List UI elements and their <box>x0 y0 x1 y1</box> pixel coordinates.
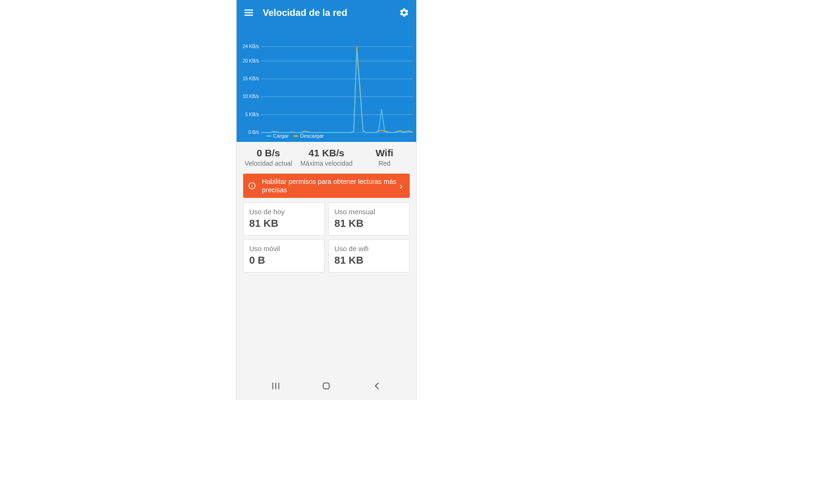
android-navbar <box>237 373 416 399</box>
svg-rect-17 <box>294 135 298 137</box>
stat-network: Wifi Red <box>356 147 413 167</box>
card-usage-mobile[interactable]: Uso móvil 0 B <box>243 239 325 273</box>
stat-max-speed: 41 KB/s Máxima velocidad <box>297 147 355 167</box>
phone-frame: Velocidad de la red 0 B/s5 KB/s10 KB/s15… <box>237 0 416 399</box>
chevron-right-icon: › <box>398 181 406 190</box>
gear-icon[interactable] <box>398 6 411 19</box>
svg-point-21 <box>252 184 252 185</box>
menu-icon[interactable] <box>242 6 255 19</box>
svg-text:Descargar: Descargar <box>300 133 324 139</box>
card-usage-today[interactable]: Uso de hoy 81 KB <box>243 203 325 236</box>
banner-text: Habilitar permisos para obtener lecturas… <box>262 177 398 194</box>
stat-current-speed: 0 B/s Velocidad actual <box>239 147 297 167</box>
svg-text:15 KB/s: 15 KB/s <box>243 76 259 81</box>
card-value: 81 KB <box>335 217 404 230</box>
nav-recents-icon[interactable] <box>266 377 285 395</box>
header-area: Velocidad de la red 0 B/s5 KB/s10 KB/s15… <box>237 0 416 142</box>
stats-row: 0 B/s Velocidad actual 41 KB/s Máxima ve… <box>237 142 416 172</box>
svg-text:0 B/s: 0 B/s <box>248 130 259 135</box>
svg-text:20 KB/s: 20 KB/s <box>243 58 259 63</box>
svg-rect-15 <box>266 135 271 137</box>
nav-back-icon[interactable] <box>368 377 386 395</box>
page-title: Velocidad de la red <box>263 7 347 18</box>
svg-text:Cargar: Cargar <box>273 133 289 139</box>
stat-value: 41 KB/s <box>297 147 355 159</box>
svg-text:24 KB/s: 24 KB/s <box>243 44 259 49</box>
card-usage-wifi[interactable]: Uso de wifi 81 KB <box>329 239 410 273</box>
svg-text:5 KB/s: 5 KB/s <box>245 112 259 117</box>
speed-chart: 0 B/s5 KB/s10 KB/s15 KB/s20 KB/s24 KB/sC… <box>237 25 416 142</box>
card-label: Uso móvil <box>249 245 319 252</box>
stat-value: 0 B/s <box>239 147 297 159</box>
stat-value: Wifi <box>356 147 413 159</box>
stat-label: Red <box>356 160 413 167</box>
card-label: Uso de hoy <box>249 208 319 216</box>
stat-label: Máxima velocidad <box>297 160 355 167</box>
card-label: Uso de wifi <box>335 245 404 252</box>
content-area: 0 B/s Velocidad actual 41 KB/s Máxima ve… <box>237 142 416 373</box>
card-value: 0 B <box>249 254 319 266</box>
card-label: Uso mensual <box>335 208 404 216</box>
stat-label: Velocidad actual <box>239 160 297 167</box>
info-icon <box>248 182 258 190</box>
appbar: Velocidad de la red <box>237 0 416 25</box>
usage-cards: Uso de hoy 81 KB Uso mensual 81 KB Uso m… <box>237 203 416 273</box>
permissions-banner[interactable]: Habilitar permisos para obtener lecturas… <box>243 174 410 198</box>
nav-home-icon[interactable] <box>317 377 336 395</box>
card-value: 81 KB <box>249 217 319 230</box>
card-usage-monthly[interactable]: Uso mensual 81 KB <box>329 203 410 236</box>
svg-rect-25 <box>323 383 329 389</box>
card-value: 81 KB <box>335 254 404 266</box>
svg-text:10 KB/s: 10 KB/s <box>243 94 259 99</box>
